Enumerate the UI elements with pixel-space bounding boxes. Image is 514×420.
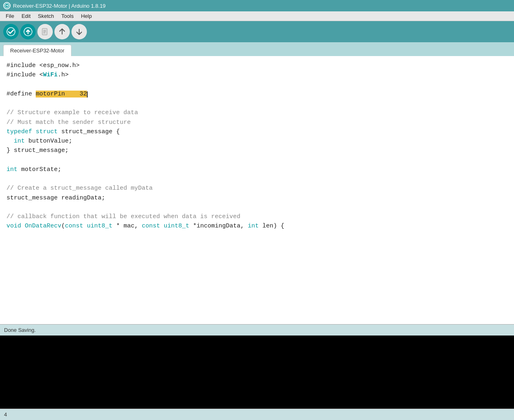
menu-edit[interactable]: Edit: [18, 12, 34, 20]
menu-sketch[interactable]: Sketch: [35, 12, 57, 20]
status-message: Done Saving.: [4, 327, 36, 333]
open-button[interactable]: [54, 24, 70, 39]
title-bar: Receiver-ESP32-Motor | Arduino 1.8.19: [0, 0, 514, 11]
tab-receiver-esp32-motor[interactable]: Receiver-ESP32-Motor: [3, 45, 71, 56]
menu-help[interactable]: Help: [78, 12, 95, 20]
line-number: 4: [4, 411, 7, 418]
status-bar: Done Saving.: [0, 324, 514, 336]
code-editor[interactable]: #include <esp_now.h> #include <WiFi.h> #…: [0, 56, 514, 324]
bottom-status-bar: 4: [0, 409, 514, 420]
arduino-logo: [3, 2, 11, 9]
window-title: Receiver-ESP32-Motor | Arduino 1.8.19: [13, 3, 106, 9]
code-content: #include <esp_now.h> #include <WiFi.h> #…: [6, 61, 508, 231]
menu-bar: File Edit Sketch Tools Help: [0, 11, 514, 21]
upload-button[interactable]: [20, 24, 36, 39]
main-layout: Receiver-ESP32-Motor | Arduino 1.8.19 Fi…: [0, 0, 514, 420]
menu-tools[interactable]: Tools: [58, 12, 77, 20]
editor-section: #include <esp_now.h> #include <WiFi.h> #…: [0, 56, 514, 420]
verify-button[interactable]: [3, 24, 19, 39]
tab-bar: Receiver-ESP32-Motor: [0, 42, 514, 56]
menu-file[interactable]: File: [2, 12, 17, 20]
new-button[interactable]: [37, 24, 53, 39]
toolbar: [0, 21, 514, 42]
save-button[interactable]: [71, 24, 87, 39]
console-area: [0, 336, 514, 409]
